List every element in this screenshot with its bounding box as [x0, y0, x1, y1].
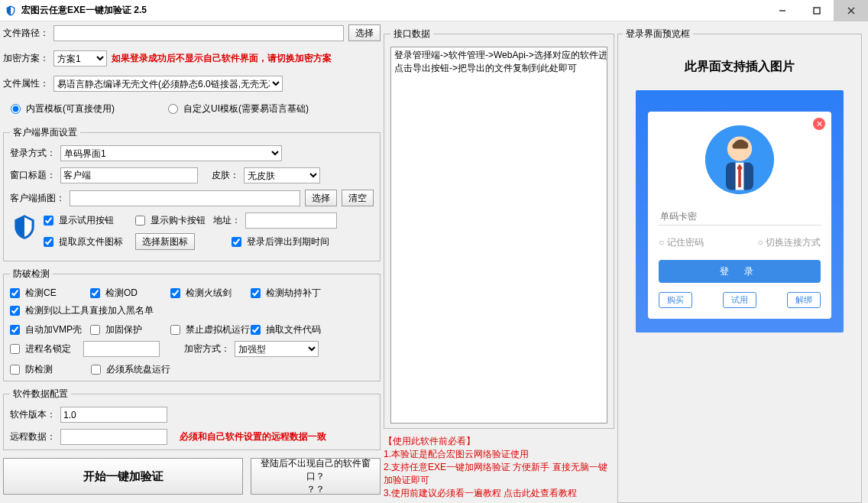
file-path-input[interactable] — [53, 25, 344, 41]
template-custom-radio[interactable]: 自定义UI模板(需要易语言基础) — [168, 102, 309, 115]
file-choose-button[interactable]: 选择 — [348, 24, 381, 41]
preview-title: 此界面支持插入图片 — [623, 59, 857, 75]
client-image-clear-button[interactable]: 清空 — [342, 190, 374, 206]
window-title: 宏图云任意EXE一键加验证 2.5 — [21, 4, 147, 17]
extract-code-checkbox[interactable]: 抽取文件代码 — [251, 323, 358, 336]
auto-vmp-checkbox[interactable]: 自动加VMP壳 — [10, 323, 90, 336]
login-mode-label: 登录方式： — [10, 147, 56, 160]
notice-line-1: 1.本验证是配合宏图云网络验证使用 — [384, 448, 614, 461]
start-verify-button[interactable]: 开始一键加验证 — [3, 458, 243, 495]
svg-rect-1 — [814, 8, 820, 14]
minimize-button[interactable] — [765, 0, 799, 21]
detect-od-checkbox[interactable]: 检测OD — [90, 287, 170, 300]
client-image-choose-button[interactable]: 选择 — [305, 190, 337, 206]
show-trial-checkbox[interactable]: 显示试用按钮 — [44, 214, 114, 227]
blacklist-checkbox[interactable]: 检测到以上工具直接加入黑名单 — [10, 304, 154, 317]
switch-connection-option[interactable]: 切换连接方式 — [757, 236, 821, 249]
buy-button[interactable]: 购买 — [659, 292, 692, 308]
unbind-button[interactable]: 解绑 — [787, 292, 821, 308]
window-title-label: 窗口标题： — [10, 169, 56, 182]
addr-input[interactable] — [245, 213, 337, 229]
choose-new-icon-button[interactable]: 选择新图标 — [135, 233, 195, 250]
remote-data-label: 远程数据： — [10, 430, 56, 443]
must-sysdisk-checkbox[interactable]: 必须系统盘运行 — [91, 363, 170, 376]
version-label: 软件版本： — [10, 408, 56, 421]
anti-crack-fieldset: 防破检测 检测CE 检测OD 检测火绒剑 检测劫持补丁 检测到以上工具直接加入黑… — [3, 268, 381, 381]
login-preview-card: ✕ — [636, 90, 844, 333]
shield-icon — [10, 213, 39, 242]
anti-detect-checkbox[interactable]: 防检测 — [10, 363, 86, 376]
addr-label: 地址： — [213, 214, 241, 227]
client-image-label: 客户端插图： — [10, 192, 65, 205]
card-key-input[interactable] — [659, 208, 821, 226]
notice-line-2: 2.支持任意EXE一键加网络验证 方便新手 直接无脑一键加验证即可 — [384, 461, 614, 487]
enc-mode-select[interactable]: 加强型 — [235, 341, 319, 357]
software-data-legend: 软件数据配置 — [10, 388, 71, 401]
preview-legend: 登录界面预览框 — [623, 28, 693, 41]
attr-label: 文件属性： — [3, 77, 49, 90]
anti-crack-legend: 防破检测 — [10, 268, 53, 281]
preview-fieldset: 登录界面预览框 此界面支持插入图片 ✕ — [617, 28, 862, 503]
show-buycard-checkbox[interactable]: 显示购卡按钮 — [135, 214, 206, 227]
titlebar: 宏图云任意EXE一键加验证 2.5 — [0, 0, 868, 21]
template-builtin-radio[interactable]: 内置模板(可直接使用) — [11, 102, 115, 115]
no-vm-checkbox[interactable]: 禁止虚拟机运行 — [170, 323, 251, 336]
proc-lock-input[interactable] — [83, 341, 160, 357]
remote-warning: 必须和自己软件设置的远程数据一致 — [180, 430, 326, 443]
app-icon — [5, 5, 17, 17]
skin-select[interactable]: 无皮肤 — [244, 167, 320, 183]
api-data-legend: 接口数据 — [390, 28, 433, 41]
enc-mode-label: 加密方式： — [184, 342, 230, 355]
avatar — [705, 125, 774, 194]
file-path-label: 文件路径： — [3, 27, 49, 40]
client-ui-legend: 客户端界面设置 — [10, 126, 80, 139]
attr-select[interactable]: 易语言静态编译无壳文件(必须静态6.0链接器,无壳无花) — [53, 76, 283, 92]
api-data-fieldset: 接口数据 登录管理端->软件管理->WebApi->选择对应的软件进 点击导出按… — [384, 28, 614, 429]
login-mode-select[interactable]: 单码界面1 — [60, 145, 282, 161]
client-image-input[interactable] — [70, 190, 300, 206]
skin-label: 皮肤： — [212, 169, 239, 182]
svg-rect-8 — [738, 170, 741, 187]
remember-password-option[interactable]: 记住密码 — [659, 236, 704, 249]
close-button[interactable] — [834, 0, 868, 21]
remote-data-input[interactable] — [60, 429, 167, 445]
maximize-button[interactable] — [799, 0, 834, 21]
detect-ce-checkbox[interactable]: 检测CE — [10, 287, 90, 300]
trial-button[interactable]: 试用 — [723, 292, 756, 308]
version-input[interactable] — [60, 407, 167, 423]
popup-expire-checkbox[interactable]: 登录后弹出到期时间 — [232, 235, 329, 248]
api-data-textarea[interactable]: 登录管理端->软件管理->WebApi->选择对应的软件进 点击导出按钮->把导… — [390, 47, 607, 423]
notice-header: 【使用此软件前必看】 — [384, 435, 614, 448]
plan-warning: 如果登录成功后不显示自己软件界面，请切换加密方案 — [112, 52, 332, 65]
extract-icon-checkbox[interactable]: 提取原文件图标 — [44, 235, 123, 248]
notice-line-3: 3.使用前建议必须看一遍教程 点击此处查看教程 — [384, 487, 614, 500]
plan-label: 加密方案： — [3, 52, 49, 65]
help-button[interactable]: 登陆后不出现自己的软件窗口？ ？？ — [251, 458, 381, 495]
close-icon[interactable]: ✕ — [813, 118, 825, 130]
software-data-fieldset: 软件数据配置 软件版本： 远程数据： 必须和自己软件设置的远程数据一致 — [3, 388, 381, 450]
plan-select[interactable]: 方案1 — [53, 50, 107, 67]
harden-checkbox[interactable]: 加固保护 — [90, 323, 170, 336]
detect-fire-checkbox[interactable]: 检测火绒剑 — [170, 287, 251, 300]
proc-lock-checkbox[interactable]: 进程名锁定 — [10, 342, 79, 355]
detect-hijack-checkbox[interactable]: 检测劫持补丁 — [251, 287, 358, 300]
client-ui-fieldset: 客户端界面设置 登录方式： 单码界面1 窗口标题： 皮肤： 无皮肤 客户端插图：… — [3, 126, 381, 261]
login-button[interactable]: 登 录 — [659, 260, 821, 283]
notice-block: 【使用此软件前必看】 1.本验证是配合宏图云网络验证使用 2.支持任意EXE一键… — [384, 435, 614, 500]
window-title-input[interactable] — [60, 167, 198, 183]
